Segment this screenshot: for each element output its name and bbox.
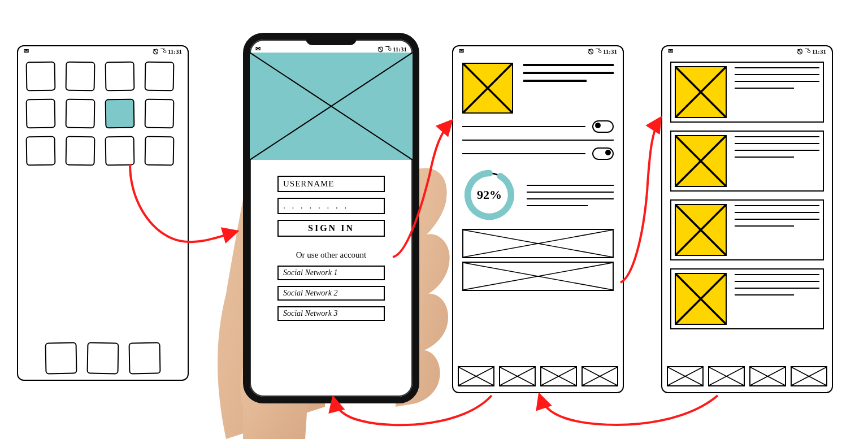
list-item[interactable] <box>670 199 824 260</box>
svg-line-27 <box>668 367 702 385</box>
tab-item[interactable] <box>708 366 745 386</box>
svg-line-32 <box>792 367 826 385</box>
svg-line-33 <box>792 367 826 385</box>
tab-item[interactable] <box>458 366 494 386</box>
svg-line-0 <box>250 53 413 160</box>
signin-button[interactable]: SIGN IN <box>277 220 385 237</box>
progress-ring: 92% <box>462 168 517 222</box>
app-icon[interactable] <box>145 136 175 166</box>
progress-text <box>527 184 614 206</box>
app-icon[interactable] <box>145 62 175 92</box>
list-item[interactable] <box>670 62 824 123</box>
social-login-1[interactable]: Social Network 1 <box>277 266 385 280</box>
mail-icon: ✉ <box>459 47 464 55</box>
list-text <box>735 273 819 295</box>
svg-line-28 <box>709 367 744 385</box>
app-icon[interactable] <box>66 62 96 92</box>
app-icon-selected[interactable] <box>105 99 135 129</box>
svg-line-1 <box>250 53 413 160</box>
app-icon[interactable] <box>26 62 56 92</box>
text-line <box>523 72 614 74</box>
svg-line-11 <box>459 367 493 385</box>
app-icon[interactable] <box>66 99 96 129</box>
avatar-placeholder[interactable] <box>462 63 513 114</box>
text-line <box>523 80 587 82</box>
alt-login-text: Or use other account <box>296 250 367 260</box>
svg-line-19 <box>676 67 726 117</box>
toggle-switch[interactable] <box>592 120 614 133</box>
svg-line-20 <box>676 136 726 186</box>
banner-placeholder-1[interactable] <box>462 229 614 258</box>
phone-notch <box>306 37 357 45</box>
status-bar: ✉ ⎋ ొ 11:31 <box>18 46 188 55</box>
social-login-2[interactable]: Social Network 2 <box>277 286 385 301</box>
text-line <box>527 185 614 186</box>
app-icon[interactable] <box>26 136 56 166</box>
header-block <box>453 55 623 117</box>
banner-placeholder-2[interactable] <box>462 262 614 291</box>
svg-line-14 <box>541 367 576 385</box>
svg-line-23 <box>676 205 726 255</box>
status-right: ⎋ ొ 11:31 <box>378 46 407 53</box>
list-text <box>735 135 819 158</box>
tab-item[interactable] <box>791 366 827 386</box>
tab-item[interactable] <box>749 366 786 386</box>
app-icon[interactable] <box>105 136 135 166</box>
svg-line-25 <box>676 274 726 324</box>
app-icon[interactable] <box>26 99 56 129</box>
list-item[interactable] <box>670 268 824 329</box>
dock-icon[interactable] <box>45 342 77 375</box>
list-item[interactable] <box>670 131 824 192</box>
tab-item[interactable] <box>581 366 618 386</box>
svg-line-12 <box>500 367 535 385</box>
app-icon[interactable] <box>66 136 96 166</box>
app-icon[interactable] <box>145 99 175 129</box>
svg-line-30 <box>750 367 785 385</box>
screen-list-wireframe: ✉ ⎋ ొ 11:31 <box>661 45 833 393</box>
list-thumb <box>675 135 727 187</box>
text-line <box>527 205 588 206</box>
phone-login-screen: ✉ ⎋ ొ 11:31 USERNAME . . . . . . . . SIG… <box>243 33 419 403</box>
dock-icon[interactable] <box>129 342 161 375</box>
setting-row <box>462 120 614 133</box>
tab-item[interactable] <box>667 366 704 386</box>
tab-item[interactable] <box>540 366 577 386</box>
hero-image-placeholder <box>250 53 413 160</box>
social-login-3[interactable]: Social Network 3 <box>277 306 385 321</box>
svg-line-10 <box>459 367 493 385</box>
toggle-switch[interactable] <box>592 147 614 160</box>
login-form: USERNAME . . . . . . . . SIGN IN Or use … <box>250 176 413 321</box>
screen-dashboard-wireframe: ✉ ⎋ ొ 11:31 92% <box>452 45 624 393</box>
mail-icon: ✉ <box>24 47 29 55</box>
title-lines <box>523 63 614 82</box>
text-line <box>462 126 585 127</box>
status-right: ⎋ ొ 11:31 <box>588 48 617 55</box>
svg-line-8 <box>463 263 613 290</box>
svg-line-9 <box>463 263 613 290</box>
svg-line-15 <box>541 367 576 385</box>
progress-value: 92% <box>462 168 517 222</box>
app-icon[interactable] <box>105 62 135 92</box>
svg-line-29 <box>709 367 744 385</box>
password-field[interactable]: . . . . . . . . <box>277 198 385 214</box>
text-line <box>523 64 614 66</box>
svg-line-6 <box>463 230 613 257</box>
svg-line-2 <box>463 64 512 112</box>
status-right: ⎋ ొ 11:31 <box>153 48 182 55</box>
dock-icon[interactable] <box>87 342 119 375</box>
text-line <box>527 198 614 199</box>
mail-icon: ✉ <box>668 47 673 55</box>
svg-line-26 <box>668 367 702 385</box>
text-line <box>527 192 614 193</box>
svg-line-21 <box>676 136 726 186</box>
progress-block: 92% <box>453 160 623 225</box>
list-text <box>735 204 819 227</box>
text-line <box>462 140 614 141</box>
svg-line-24 <box>676 274 726 324</box>
list-thumb <box>675 204 727 256</box>
list-thumb <box>675 273 727 325</box>
svg-line-17 <box>583 367 617 385</box>
tab-item[interactable] <box>499 366 536 386</box>
svg-line-13 <box>500 367 535 385</box>
username-field[interactable]: USERNAME <box>277 176 385 192</box>
